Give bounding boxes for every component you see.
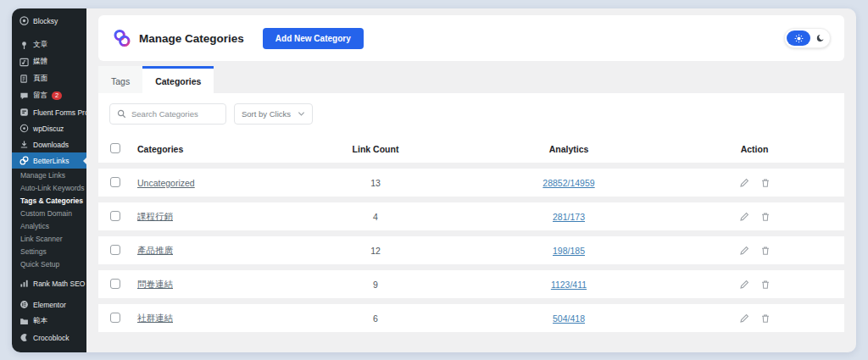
comment-icon	[19, 91, 29, 101]
pages-icon	[19, 75, 29, 84]
sidebar-item-label: Blocksy	[33, 17, 58, 25]
sidebar-item-label: 留言	[33, 91, 47, 101]
edit-icon[interactable]	[739, 246, 749, 256]
sidebar-item-label: Fluent Forms Pro	[33, 108, 89, 117]
chevron-down-icon	[298, 110, 305, 118]
categories-table: Categories Link Count Analytics Action U…	[98, 135, 844, 346]
sidebar-item-crocoblock[interactable]: Crocoblock	[12, 330, 86, 346]
delete-icon[interactable]	[760, 212, 771, 222]
sidebar-item-pages[interactable]: 頁面	[12, 70, 86, 87]
category-name-link[interactable]: 課程行銷	[137, 211, 173, 221]
column-header-categories: Categories	[137, 144, 278, 154]
column-header-action: Action	[665, 144, 844, 154]
sort-dropdown[interactable]: Sort by Clicks	[234, 103, 313, 125]
submenu-item-link-scanner[interactable]: Link Scanner	[12, 232, 86, 245]
table-row: 課程行銷 4 281/173	[98, 202, 844, 230]
analytics-link[interactable]: 281/173	[553, 212, 585, 222]
analytics-link[interactable]: 198/185	[553, 246, 585, 256]
row-checkbox[interactable]	[110, 279, 120, 289]
search-icon	[117, 109, 126, 119]
submenu-item-analytics[interactable]: Analytics	[12, 219, 86, 232]
theme-toggle[interactable]	[784, 28, 831, 48]
category-name-link[interactable]: 產品推廣	[137, 245, 173, 255]
tab-tags[interactable]: Tags	[98, 66, 142, 93]
category-name-link[interactable]: Uncategorized	[137, 178, 195, 188]
row-checkbox[interactable]	[110, 211, 120, 221]
fluent-forms-icon	[19, 108, 29, 117]
sidebar-item-label: 範本	[33, 316, 47, 326]
sidebar-item-posts[interactable]: 文章	[12, 36, 86, 53]
submenu-item-tags-categories[interactable]: Tags & Categories	[12, 194, 86, 207]
submenu-item-settings[interactable]: Settings	[12, 245, 86, 258]
search-box	[109, 103, 226, 125]
search-input[interactable]	[131, 109, 219, 119]
sidebar-item-elementor[interactable]: Elementor	[12, 296, 86, 313]
sidebar-item-fluent-forms-pro[interactable]: Fluent Forms Pro	[12, 104, 86, 120]
submenu-item-auto-link-keywords[interactable]: Auto-Link Keywords	[12, 181, 86, 194]
crocoblock-icon	[19, 333, 29, 342]
page-title: Manage Categories	[139, 32, 244, 45]
link-count-value: 13	[278, 178, 473, 188]
sun-icon[interactable]	[787, 30, 810, 46]
sidebar-item-label: Downloads	[33, 141, 69, 149]
link-count-value: 9	[278, 280, 473, 290]
row-checkbox[interactable]	[110, 245, 120, 255]
sidebar-item-label: wpDiscuz	[33, 125, 64, 133]
folder-icon	[19, 317, 29, 326]
column-header-link-count: Link Count	[278, 144, 473, 154]
betterlinks-logo-icon	[112, 28, 132, 48]
tab-categories[interactable]: Categories	[142, 66, 214, 93]
page-header: Manage Categories Add New Category	[98, 15, 844, 61]
submenu-item-quick-setup[interactable]: Quick Setup	[12, 258, 86, 270]
edit-icon[interactable]	[739, 280, 749, 290]
row-checkbox[interactable]	[110, 177, 120, 187]
submenu-item-custom-domain[interactable]: Custom Domain	[12, 207, 86, 219]
moon-icon[interactable]	[813, 30, 828, 46]
sort-dropdown-value: Sort by Clicks	[242, 109, 291, 119]
sidebar-item-rank-math-seo[interactable]: Rank Math SEO	[12, 275, 86, 291]
sidebar-item-templates[interactable]: 範本	[12, 313, 86, 330]
edit-icon[interactable]	[739, 178, 749, 188]
wpdiscuz-icon	[19, 124, 29, 133]
sidebar-item-wpdiscuz[interactable]: wpDiscuz	[12, 120, 86, 136]
analytics-link[interactable]: 1123/411	[551, 280, 587, 290]
add-new-category-button[interactable]: Add New Category	[263, 28, 364, 49]
link-count-value: 4	[278, 212, 473, 222]
sidebar-item-label: Rank Math SEO	[33, 280, 85, 288]
table-row: 產品推廣 12 198/185	[98, 236, 844, 264]
download-icon	[19, 140, 29, 149]
toolbar: Sort by Clicks	[98, 103, 844, 135]
elementor-icon	[19, 300, 29, 309]
select-all-checkbox[interactable]	[110, 143, 120, 153]
sidebar-item-blocksy[interactable]: Blocksy	[12, 13, 86, 29]
submenu-item-manage-links[interactable]: Manage Links	[12, 169, 86, 181]
sidebar-item-label: Crocoblock	[33, 334, 70, 342]
sidebar-item-media[interactable]: 媒體	[12, 53, 86, 70]
sidebar-item-label: 文章	[33, 40, 47, 50]
sidebar-item-label: 媒體	[33, 57, 47, 67]
table-row: 問卷連結 9 1123/411	[98, 270, 844, 298]
row-checkbox[interactable]	[110, 313, 120, 323]
sidebar-item-downloads[interactable]: Downloads	[12, 136, 86, 152]
sidebar-item-label: 頁面	[33, 74, 47, 84]
table-row: 社群連結 6 504/418	[98, 304, 844, 332]
analytics-link[interactable]: 504/418	[553, 313, 585, 324]
delete-icon[interactable]	[760, 246, 771, 256]
delete-icon[interactable]	[760, 313, 771, 324]
link-count-value: 12	[278, 246, 473, 256]
edit-icon[interactable]	[739, 212, 749, 222]
sidebar-item-label: BetterLinks	[33, 157, 70, 165]
edit-icon[interactable]	[739, 313, 749, 324]
link-count-value: 6	[278, 313, 473, 324]
main-content: Manage Categories Add New Category Tags …	[86, 8, 856, 352]
delete-icon[interactable]	[760, 280, 771, 290]
app-window: Blocksy 文章 媒體 頁面 留言 2	[12, 8, 856, 352]
analytics-link[interactable]: 28852/14959	[542, 178, 594, 188]
sidebar-item-comments[interactable]: 留言 2	[12, 87, 86, 104]
delete-icon[interactable]	[760, 178, 771, 188]
sidebar-item-appearance[interactable]: 外觀	[12, 351, 86, 352]
categories-panel: Sort by Clicks Categories Link Count Ana…	[98, 93, 844, 346]
category-name-link[interactable]: 問卷連結	[137, 279, 173, 289]
sidebar-item-betterlinks[interactable]: BetterLinks	[12, 152, 86, 169]
category-name-link[interactable]: 社群連結	[137, 313, 173, 323]
